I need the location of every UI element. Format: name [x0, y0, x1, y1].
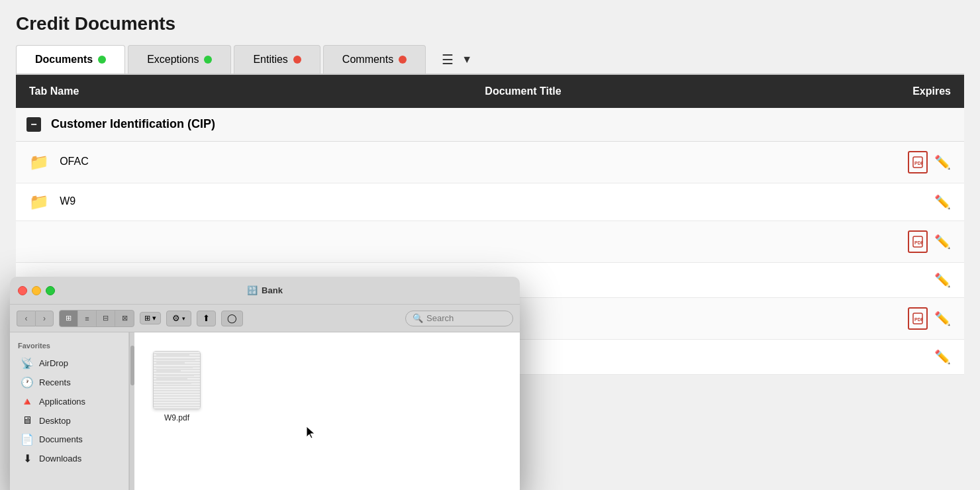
tab-comments[interactable]: Comments [323, 45, 426, 74]
tab-controls: ☰ ▼ [442, 52, 472, 68]
file-thumbnail-w9pdf [153, 351, 201, 409]
search-magnifier-icon: 🔍 [413, 313, 423, 323]
file-name-w9pdf: W9.pdf [164, 413, 189, 422]
sidebar-applications-label: Applications [39, 397, 85, 407]
finder-toolbar: ‹ › ⊞ ≡ ⊟ ⊠ ⊞ ▾ ⚙ ▾ ⬆ ◯ 🔍 [10, 305, 520, 332]
finder-content: W9.pdf [134, 332, 520, 490]
view-list-btn[interactable]: ≡ [78, 311, 97, 326]
window-buttons [18, 286, 55, 295]
tab-comments-dot [399, 56, 407, 64]
view-icon-btn[interactable]: ⊞ [60, 311, 78, 326]
nav-group: ‹ › [17, 311, 54, 326]
doc-name-w9: W9 [60, 195, 75, 207]
sidebar-desktop-label: Desktop [39, 416, 71, 426]
view-dropdown[interactable]: ⊞ ▾ [140, 312, 161, 324]
favorites-label: Favorites [10, 339, 128, 354]
tag-icon: ◯ [227, 313, 237, 323]
actions-extra-2: ✏️ [845, 272, 951, 288]
sidebar-item-applications[interactable]: 🔺 Applications [13, 392, 126, 411]
folder-icon-ofac: 📁 [29, 153, 49, 171]
folder-icon-w9: 📁 [29, 193, 49, 211]
window-maximize-button[interactable] [46, 286, 55, 295]
tag-button[interactable]: ◯ [221, 311, 243, 326]
share-button[interactable]: ⬆ [197, 311, 216, 326]
table-row-extra-1: PDF ✏️ [16, 221, 964, 263]
svg-text:PDF: PDF [914, 317, 923, 322]
col-expires: Expires [832, 75, 964, 108]
view-column-btn[interactable]: ⊟ [97, 311, 115, 326]
section-toggle-cip[interactable]: − [26, 117, 41, 132]
pencil-icon-extra-3[interactable]: ✏️ [934, 311, 951, 326]
sidebar-item-downloads[interactable]: ⬇ Downloads [13, 449, 126, 468]
pencil-icon-extra-1[interactable]: ✏️ [934, 234, 951, 250]
cursor [305, 425, 318, 444]
scrollbar-track[interactable] [129, 332, 134, 490]
section-cip: − Customer Identification (CIP) [16, 108, 964, 142]
finder-titlebar: 🔡 Bank [10, 277, 520, 305]
sidebar-item-recents[interactable]: 🕐 Recents [13, 373, 126, 392]
forward-button[interactable]: › [35, 311, 54, 326]
finder-title: 🔡 Bank [247, 285, 283, 295]
tab-comments-label: Comments [342, 54, 393, 66]
svg-text:PDF: PDF [914, 161, 923, 166]
sidebar-recents-label: Recents [39, 377, 71, 387]
gear-dropdown-icon: ▾ [182, 315, 185, 322]
pencil-icon-w9[interactable]: ✏️ [934, 194, 951, 210]
window-close-button[interactable] [18, 286, 27, 295]
pencil-icon-extra-2[interactable]: ✏️ [934, 272, 951, 288]
table-row-ofac: 📁 OFAC PDF ✏️ [16, 142, 964, 183]
doc-name-ofac: OFAC [60, 156, 89, 167]
sidebar-downloads-label: Downloads [39, 454, 81, 464]
actions-w9: ✏️ [845, 194, 951, 210]
recents-icon: 🕐 [21, 376, 34, 389]
col-doc-title: Document Title [215, 75, 832, 108]
gear-icon: ⚙ [172, 313, 180, 323]
share-icon: ⬆ [203, 313, 210, 323]
airdrop-icon: 📡 [21, 357, 34, 369]
file-item-w9pdf[interactable]: W9.pdf [148, 346, 206, 428]
back-button[interactable]: ‹ [17, 311, 35, 326]
tab-exceptions[interactable]: Exceptions [128, 45, 231, 74]
view-buttons: ⊞ ≡ ⊟ ⊠ [59, 310, 134, 327]
dropdown-icon[interactable]: ▼ [462, 54, 472, 66]
page-title: Credit Documents [16, 13, 964, 34]
tab-documents[interactable]: Documents [16, 45, 125, 74]
tab-exceptions-dot [204, 56, 212, 64]
pdf-icon-extra-1[interactable]: PDF [908, 230, 928, 253]
tab-exceptions-label: Exceptions [147, 54, 199, 66]
view-gallery-btn[interactable]: ⊠ [115, 311, 134, 326]
pencil-icon-ofac[interactable]: ✏️ [934, 154, 951, 170]
sidebar-airdrop-label: AirDrop [39, 358, 68, 368]
tab-entities[interactable]: Entities [234, 45, 320, 74]
finder-sidebar: Favorites 📡 AirDrop 🕐 Recents 🔺 Applicat… [10, 332, 129, 490]
svg-text:PDF: PDF [914, 240, 923, 245]
hamburger-icon[interactable]: ☰ [442, 52, 454, 68]
sidebar-item-desktop[interactable]: 🖥 Desktop [13, 411, 126, 430]
finder-title-icon: 🔡 [247, 285, 258, 295]
sidebar-documents-label: Documents [39, 434, 83, 444]
scrollbar-thumb[interactable] [130, 346, 134, 385]
section-cip-label: Customer Identification (CIP) [51, 117, 215, 130]
pencil-icon-extra-4[interactable]: ✏️ [934, 349, 951, 365]
tabs-bar: Documents Exceptions Entities Comments ☰… [16, 45, 964, 75]
tab-entities-label: Entities [253, 54, 287, 66]
finder-search-bar[interactable]: 🔍 [405, 311, 513, 326]
window-minimize-button[interactable] [32, 286, 41, 295]
search-input[interactable] [426, 313, 506, 323]
finder-window: 🔡 Bank ‹ › ⊞ ≡ ⊟ ⊠ ⊞ ▾ ⚙ ▾ ⬆ ◯ [10, 277, 520, 490]
actions-extra-3: PDF ✏️ [845, 307, 951, 330]
pdf-icon-ofac[interactable]: PDF [908, 151, 928, 173]
actions-extra-4: ✏️ [845, 349, 951, 365]
col-tab-name: Tab Name [16, 75, 215, 108]
applications-icon: 🔺 [21, 395, 34, 408]
sidebar-item-documents[interactable]: 📄 Documents [13, 430, 126, 449]
sidebar-item-airdrop[interactable]: 📡 AirDrop [13, 354, 126, 373]
dropdown-arrow-icon: ▾ [152, 314, 156, 322]
gear-button[interactable]: ⚙ ▾ [166, 311, 191, 326]
documents-icon: 📄 [21, 433, 34, 446]
desktop-icon: 🖥 [21, 415, 34, 426]
pdf-icon-extra-3[interactable]: PDF [908, 307, 928, 330]
dropdown-grid-icon: ⊞ [144, 314, 150, 322]
table-row-w9: 📁 W9 ✏️ [16, 183, 964, 221]
finder-title-text: Bank [262, 285, 283, 295]
